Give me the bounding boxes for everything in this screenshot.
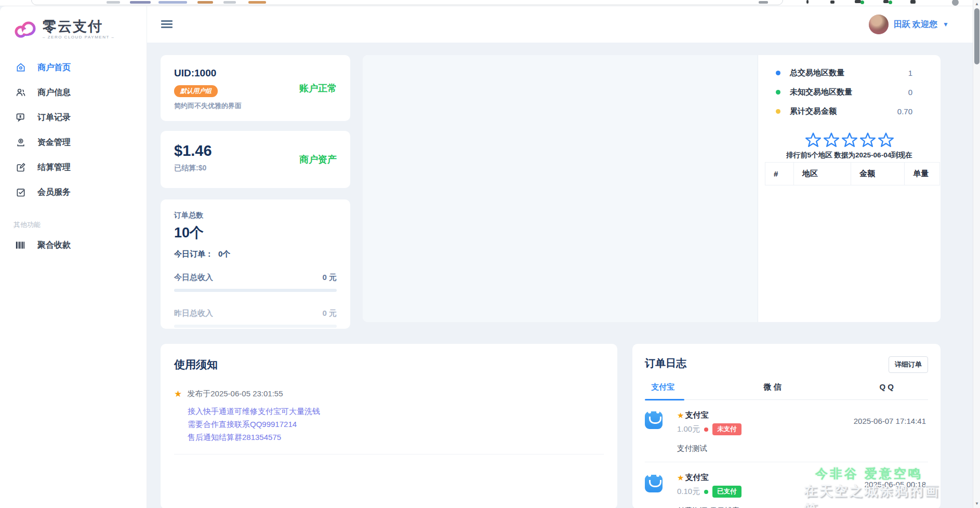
settlement-icon xyxy=(16,162,26,172)
address-text-fragment xyxy=(223,1,236,4)
sidebar-item-order-records[interactable]: 订单记录 xyxy=(0,105,147,130)
star-icon xyxy=(842,132,857,148)
star-icon xyxy=(860,132,876,148)
account-card: UID:1000 默认用户组 简约而不失优雅的界面 账户正常 xyxy=(161,55,350,121)
region-map-placeholder xyxy=(363,55,758,322)
order-entry: ★ 支付宝 1.00元 未支付 支付测试 2025-06-07 17:14:41 xyxy=(645,400,928,462)
order-entry: ★ 支付宝 0.10元 已支付 付费资源-零云博客 2025-06-05 00:… xyxy=(645,462,928,508)
status-badge-paid: 已支付 xyxy=(712,486,741,498)
browser-avatar[interactable] xyxy=(952,0,959,6)
rank-col-index: # xyxy=(765,163,794,185)
income-value: 0 元 xyxy=(322,309,337,318)
barcode-icon xyxy=(16,240,26,250)
funds-icon xyxy=(16,137,26,148)
notice-published: 发布于2025-06-05 23:01:55 xyxy=(187,389,283,399)
scrollbar-thumb[interactable] xyxy=(974,8,979,64)
stat-label: 总交易地区数量 xyxy=(790,68,908,78)
user-menu[interactable]: 田跃 欢迎您 ▼ xyxy=(869,15,949,34)
page-scrollbar[interactable]: ▲ ▼ xyxy=(973,0,980,508)
stat-value: 1 xyxy=(908,69,912,77)
notice-link[interactable]: 接入快手通道可维修支付宝可大量洗钱 xyxy=(188,405,604,418)
user-name: 田跃 欢迎您 xyxy=(894,19,937,30)
sidebar-item-funds-management[interactable]: 资金管理 xyxy=(0,130,147,155)
sidebar-item-label: 资金管理 xyxy=(37,137,71,148)
notice-title: 使用须知 xyxy=(174,357,604,372)
extension-icon[interactable] xyxy=(883,0,889,3)
browser-chrome-strip xyxy=(0,0,980,6)
sidebar-item-merchant-home[interactable]: 商户首页 xyxy=(0,55,147,80)
star-icon xyxy=(878,132,894,148)
app-logo[interactable]: 零云支付 – ZERO CLOUD PAYMENT – xyxy=(0,6,147,39)
sidebar-item-label: 商户首页 xyxy=(37,62,71,73)
region-stats-card: 总交易地区数量 1 未知交易地区数量 0 累计交易金额 0.70 排行前5个地区… xyxy=(363,55,941,322)
sidebar-item-settlement-management[interactable]: 结算管理 xyxy=(0,155,147,180)
account-uid: UID:1000 xyxy=(174,68,337,79)
sidebar-item-merchant-info[interactable]: 商户信息 xyxy=(0,80,147,105)
orders-total-label: 订单总数 xyxy=(174,211,337,220)
sidebar-item-label: 结算管理 xyxy=(37,162,71,173)
sidebar-section-label: 其他功能 xyxy=(0,205,147,233)
entry-amount: 0.10元 xyxy=(677,487,700,497)
sidebar-item-label: 商户信息 xyxy=(37,87,71,98)
star-icon: ★ xyxy=(677,473,684,483)
tab-wechat[interactable]: 微 信 xyxy=(732,382,813,399)
extension-icon[interactable] xyxy=(910,0,916,4)
entry-channel: 支付宝 xyxy=(685,473,708,483)
rank-table: # 地区 金额 单量 xyxy=(765,162,940,185)
orders-today-value: 0个 xyxy=(218,249,230,258)
stat-value: 0.70 xyxy=(897,107,912,116)
income-row-today: 今日总收入 0 元 xyxy=(174,273,337,292)
scroll-down-arrow[interactable]: ▼ xyxy=(973,501,980,507)
notice-links: 接入快手通道可维修支付宝可大量洗钱 需要合作直接联系QQ99917214 售后通… xyxy=(188,405,604,444)
rating-stars xyxy=(758,132,941,148)
order-record-icon xyxy=(16,112,26,123)
rank-col-amount: 金额 xyxy=(851,163,905,185)
scroll-up-arrow[interactable]: ▲ xyxy=(973,1,980,7)
stat-label: 未知交易地区数量 xyxy=(790,87,908,97)
extension-icon[interactable] xyxy=(830,1,835,4)
home-icon xyxy=(16,62,26,73)
stat-row-unknown-regions: 未知交易地区数量 0 xyxy=(758,83,941,102)
extension-badge xyxy=(860,1,864,4)
rank-col-count: 单量 xyxy=(905,163,940,185)
orders-today-label: 今日订单： xyxy=(174,249,213,258)
address-text-fragment xyxy=(107,1,120,4)
menu-toggle-button[interactable] xyxy=(161,20,173,29)
detail-orders-button[interactable]: 详细订单 xyxy=(889,356,928,373)
orders-today: 今日订单：0个 xyxy=(174,249,337,259)
rank-caption: 排行前5个地区 数据为2025-06-04到现在 xyxy=(758,151,941,160)
extension-badge xyxy=(889,1,892,4)
entry-description: 付费资源-零云博客 xyxy=(677,506,928,508)
legend-dot-blue xyxy=(776,71,780,75)
bookmark-star-icon[interactable] xyxy=(759,1,768,4)
rank-col-region: 地区 xyxy=(794,163,851,185)
sidebar-item-aggregated-collection[interactable]: 聚合收款 xyxy=(0,233,147,258)
address-text-fragment xyxy=(158,1,187,4)
sidebar-item-label: 聚合收款 xyxy=(37,240,71,251)
extension-icon[interactable] xyxy=(806,0,809,4)
address-text-fragment xyxy=(130,1,151,4)
notice-link[interactable]: 售后通知结算群281354575 xyxy=(188,431,604,444)
entry-amount: 1.00元 xyxy=(677,424,700,434)
user-group-badge: 默认用户组 xyxy=(174,85,218,97)
notice-published-row: ★ 发布于2025-06-05 23:01:55 xyxy=(174,389,604,399)
tab-alipay[interactable]: 支付宝 xyxy=(645,382,732,399)
user-avatar xyxy=(869,15,889,34)
alipay-order-icon xyxy=(645,411,663,429)
tab-qq[interactable]: Q Q xyxy=(813,382,928,399)
orders-card: 订单总数 10个 今日订单：0个 今日总收入 0 元 昨日总收入 0 元 xyxy=(161,199,350,329)
stat-row-total-regions: 总交易地区数量 1 xyxy=(758,63,941,83)
notice-link[interactable]: 需要合作直接联系QQ99917214 xyxy=(188,418,604,431)
order-log-title: 订单日志 xyxy=(645,356,686,370)
progress-track xyxy=(174,325,337,328)
stat-row-total-amount: 累计交易金额 0.70 xyxy=(758,102,941,121)
divider xyxy=(174,454,604,454)
sidebar-item-member-services[interactable]: 会员服务 xyxy=(0,180,147,205)
stat-label: 累计交易金额 xyxy=(790,106,897,116)
account-desc: 简约而不失优雅的界面 xyxy=(174,101,337,111)
top-header: 田跃 欢迎您 ▼ xyxy=(147,6,973,43)
star-icon: ★ xyxy=(174,389,182,399)
usage-notice-card: 使用须知 ★ 发布于2025-06-05 23:01:55 接入快手通道可维修支… xyxy=(161,344,617,508)
chevron-down-icon: ▼ xyxy=(943,21,949,28)
sidebar: 零云支付 – ZERO CLOUD PAYMENT – 商户首页 商户信息 订单… xyxy=(0,6,147,508)
